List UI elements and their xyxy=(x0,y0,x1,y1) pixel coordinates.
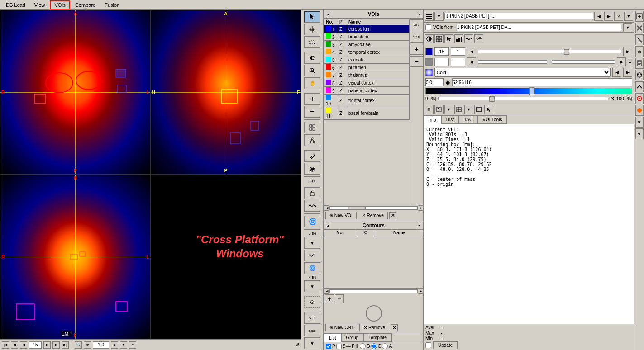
rect-btn[interactable] xyxy=(474,105,483,114)
play-next-step-btn[interactable]: ▶ xyxy=(43,341,51,349)
table-row[interactable]: 10 Z frontal cortex xyxy=(324,95,410,107)
roi-tool-btn[interactable] xyxy=(304,36,320,48)
update-btn[interactable]: Update xyxy=(433,341,458,349)
grey-slider-track[interactable] xyxy=(478,60,615,64)
lock-btn[interactable] xyxy=(304,187,320,199)
table-row[interactable]: 4 Z temporal cortex xyxy=(324,48,410,56)
num-input-left[interactable]: 15 xyxy=(434,47,449,56)
table-row[interactable]: 7 Z thalamus xyxy=(324,71,410,79)
vois-from-checkbox[interactable] xyxy=(425,24,431,30)
chart-btn[interactable] xyxy=(454,34,463,43)
remove-cnt-btn[interactable]: ✕ Remove xyxy=(359,324,389,331)
voi-icon-btn[interactable]: VOI xyxy=(410,32,424,43)
table-row[interactable]: 3 Z amygdalae xyxy=(324,41,410,48)
pan-tool-btn[interactable]: ✋ xyxy=(304,77,320,89)
voi-scrollbar[interactable]: ◀ ▶ xyxy=(324,205,423,210)
play-start-btn[interactable]: |◀ xyxy=(2,341,9,349)
table-row[interactable]: 1 Z cerebellum xyxy=(324,25,410,33)
invert-btn[interactable]: ⊟ xyxy=(425,105,434,114)
fr-btn10[interactable]: ▼ xyxy=(635,117,644,128)
cnt-hscroll-left-btn[interactable]: ◀ xyxy=(324,289,329,294)
cnt-minus-btn[interactable]: − xyxy=(335,294,344,303)
contours-scroll-up[interactable]: ▲ xyxy=(326,222,330,228)
tab-template[interactable]: Template xyxy=(363,333,392,342)
close-voi-btn[interactable]: ✕ xyxy=(389,212,396,219)
ih-minus-btn[interactable]: ▼ xyxy=(304,280,320,292)
tab-info[interactable]: Info xyxy=(424,115,441,124)
fr-btn9[interactable] xyxy=(635,105,644,116)
tab-group[interactable]: Group xyxy=(341,333,364,342)
dataset-menu-btn[interactable] xyxy=(425,12,434,21)
table-row[interactable]: 5 Z caudate xyxy=(324,56,410,64)
fr-btn8[interactable] xyxy=(635,93,644,104)
dataset-next-btn[interactable]: ▶ xyxy=(604,12,613,21)
grey-next-btn[interactable]: ▶ xyxy=(617,57,626,66)
brain-view-bottom-left[interactable]: H F R L EMP xyxy=(0,175,151,339)
zoom-input[interactable]: 1.0 xyxy=(93,341,109,349)
table-row[interactable]: 2 Z brainstem xyxy=(324,33,410,41)
menu-item-fusion[interactable]: Fusion xyxy=(100,1,124,9)
hscroll-left-btn[interactable]: ◀ xyxy=(324,205,329,211)
fr-btn3[interactable] xyxy=(635,34,644,45)
fr-btn11[interactable]: ▼ xyxy=(635,128,644,139)
play-end-btn[interactable]: ▶| xyxy=(62,341,69,349)
colormap-prev-btn[interactable]: ◀ xyxy=(612,68,621,77)
cnt-table-row[interactable] xyxy=(324,236,423,237)
menu-item-compare[interactable]: Compare xyxy=(71,1,100,9)
zoom-up-btn[interactable]: ▲ xyxy=(111,341,118,349)
checkbox-p[interactable] xyxy=(326,344,331,349)
tab-list[interactable]: List xyxy=(324,333,341,342)
fill-radio-a[interactable] xyxy=(382,343,388,349)
dashed-circle-btn[interactable]: ⊙ xyxy=(304,296,320,308)
min-value-input[interactable]: 0.0 xyxy=(425,78,444,86)
dataset-title[interactable]: 1 PKIN2 [DASB PET] ... xyxy=(444,13,593,19)
frame-input[interactable]: 15 xyxy=(29,341,42,349)
down-arrow-btn[interactable]: ▼ xyxy=(304,337,320,349)
menu-item-vois[interactable]: VOIs xyxy=(50,0,70,9)
reset-zoom-btn[interactable]: ✕ xyxy=(129,341,136,349)
cnt-scrollbar[interactable]: ◀ ▶ xyxy=(324,288,423,293)
dataset-expand-btn[interactable]: ▼ xyxy=(624,12,633,21)
num-slider-track[interactable] xyxy=(478,50,621,53)
fr-btn7[interactable] xyxy=(635,81,644,92)
contrast-btn[interactable] xyxy=(425,34,434,43)
fr-btn6[interactable] xyxy=(635,70,644,80)
minus-btn[interactable]: − xyxy=(304,106,320,118)
wave2-btn[interactable] xyxy=(304,250,320,261)
update-checkbox[interactable] xyxy=(425,342,431,348)
percent-x-btn[interactable]: ✕ xyxy=(610,95,615,102)
cnt-hscroll-right-btn[interactable]: ▶ xyxy=(418,289,423,294)
circle-btn[interactable]: ◉ xyxy=(304,163,320,175)
remove-voi-btn[interactable]: ✕ Remove xyxy=(358,212,388,219)
3d-btn[interactable]: 3D xyxy=(410,19,424,30)
cnt-hscroll-track[interactable] xyxy=(329,289,418,293)
layout-btn[interactable] xyxy=(304,122,320,133)
close-cnt-btn[interactable]: ✕ xyxy=(391,324,398,331)
num-input-right[interactable]: 1 xyxy=(451,47,465,56)
dropdown3-btn[interactable]: ▼ xyxy=(464,105,473,114)
plus-btn[interactable]: + xyxy=(304,93,320,105)
cnt-plus-btn[interactable]: + xyxy=(325,294,334,303)
new-cnt-btn[interactable]: ✳ New CNT xyxy=(325,324,358,331)
menu-item-dbload[interactable]: DB Load xyxy=(2,1,29,9)
num-slider-thumb[interactable] xyxy=(564,49,569,55)
vois-from-dropdown-btn[interactable]: ▼ xyxy=(623,23,632,32)
max-btn[interactable]: Max xyxy=(304,325,320,336)
spiral-btn[interactable]: 🌀 xyxy=(304,216,320,227)
grey-input-right[interactable] xyxy=(451,58,465,66)
network-btn[interactable] xyxy=(304,134,320,146)
colormap-select[interactable]: Cold xyxy=(434,68,611,77)
num-next-btn[interactable]: ▶ xyxy=(623,47,632,56)
grey-prev-btn[interactable]: ◀ xyxy=(467,57,476,66)
zoom-down-btn[interactable]: ▼ xyxy=(120,341,127,349)
voi-scroll-down[interactable]: ▼ xyxy=(417,11,421,17)
zoom-mode-btn[interactable]: ⊕ xyxy=(84,341,91,349)
tool2-btn[interactable] xyxy=(434,105,444,114)
crosshair-tool-btn[interactable] xyxy=(304,24,320,35)
dataset-prev-btn[interactable]: ◀ xyxy=(594,12,603,21)
table-row[interactable]: 9 Z parietal cortex xyxy=(324,87,410,95)
minus-side-btn[interactable]: − xyxy=(410,56,424,67)
play-prev-step-btn[interactable]: ◀ xyxy=(20,341,27,349)
voi-overlay-btn[interactable]: VOI xyxy=(304,312,320,324)
tab-hist[interactable]: Hist xyxy=(441,115,459,124)
